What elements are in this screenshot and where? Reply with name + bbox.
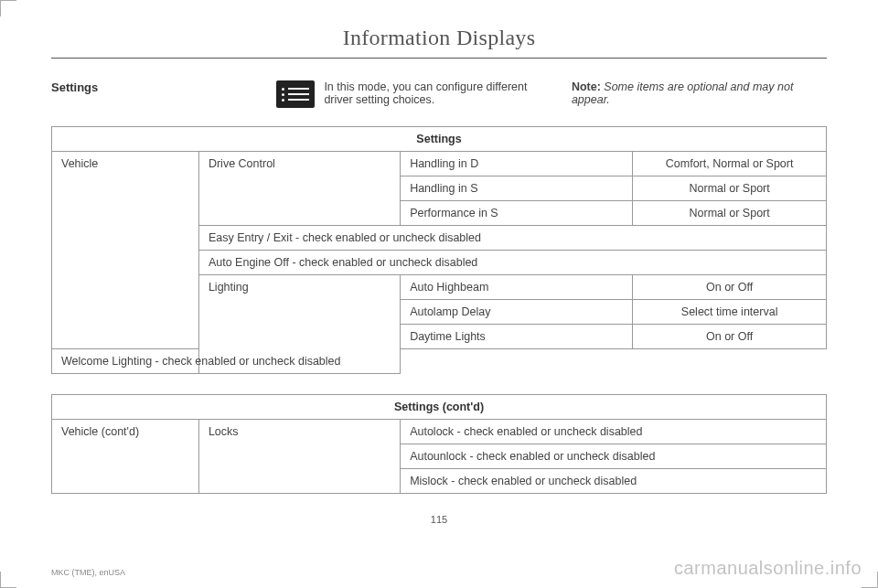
intro-description-col: In this mode, you can configure differen… xyxy=(276,80,555,108)
full-row-cell: Mislock - check enabled or uncheck disab… xyxy=(401,469,827,494)
full-row-cell: Welcome Lighting - check enabled or unch… xyxy=(52,349,401,374)
param-cell: Handling in S xyxy=(401,176,633,201)
param-cell: Daytime Lights xyxy=(401,325,633,349)
page-title: Information Displays xyxy=(51,26,827,58)
note-label: Note: xyxy=(572,80,601,93)
settings-contd-table: Settings (cont'd) Vehicle (cont'd) Locks… xyxy=(51,394,827,494)
intro-description: In this mode, you can configure differen… xyxy=(324,80,555,106)
category-cell: Vehicle xyxy=(52,152,199,349)
intro-note-col: Note: Some items are optional and may no… xyxy=(572,80,827,108)
intro-heading-col: Settings xyxy=(51,80,260,108)
table-header: Settings xyxy=(52,127,827,152)
options-cell: On or Off xyxy=(633,325,827,349)
footer-model-code: MKC (TME), enUSA xyxy=(51,568,125,577)
full-row-cell: Auto Engine Off - check enabled or unche… xyxy=(198,251,826,275)
crop-mark xyxy=(862,572,878,588)
intro-row: Settings In this mode, you can configure… xyxy=(51,80,827,108)
page-number: 115 xyxy=(51,514,827,525)
param-cell: Autolamp Delay xyxy=(401,300,633,325)
table-header: Settings (cont'd) xyxy=(52,395,827,420)
options-cell: Normal or Sport xyxy=(633,201,827,226)
options-cell: Normal or Sport xyxy=(633,176,827,201)
param-cell: Performance in S xyxy=(401,201,633,226)
options-cell: Comfort, Normal or Sport xyxy=(633,152,827,176)
category-cell: Vehicle (cont'd) xyxy=(52,420,199,494)
full-row-cell: Autolock - check enabled or uncheck disa… xyxy=(401,420,827,444)
section-heading: Settings xyxy=(51,80,98,94)
options-cell: Select time interval xyxy=(633,300,827,325)
note-text: Some items are optional and may not appe… xyxy=(572,80,793,106)
full-row-cell: Easy Entry / Exit - check enabled or unc… xyxy=(198,226,826,251)
crop-mark xyxy=(0,0,16,16)
subcategory-cell: Locks xyxy=(198,420,400,494)
subcategory-cell: Drive Control xyxy=(198,152,400,226)
crop-mark xyxy=(0,572,16,588)
options-cell: On or Off xyxy=(633,275,827,300)
param-cell: Handling in D xyxy=(401,152,633,176)
full-row-cell: Autounlock - check enabled or uncheck di… xyxy=(401,444,827,469)
settings-table: Settings Vehicle Drive Control Handling … xyxy=(51,126,827,374)
param-cell: Auto Highbeam xyxy=(401,275,633,300)
settings-list-icon xyxy=(276,80,315,108)
title-divider xyxy=(51,58,827,59)
watermark: carmanualsonline.info xyxy=(674,558,862,579)
